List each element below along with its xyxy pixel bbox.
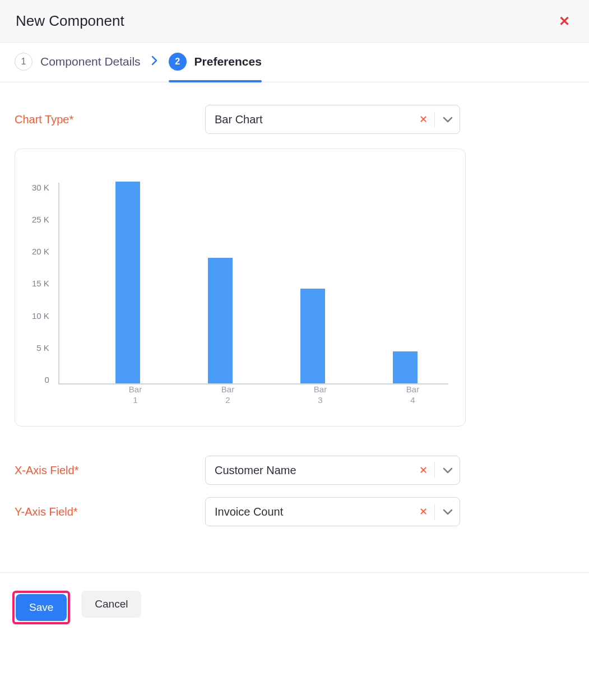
step-number-2: 2 — [169, 53, 187, 71]
bar — [300, 289, 325, 383]
footer: Save Cancel — [0, 572, 589, 642]
modal-title: New Component — [16, 12, 124, 30]
bar — [115, 182, 140, 383]
field-label: X-Axis Field* — [15, 464, 205, 477]
chart-preview: 30 K25 K20 K15 K10 K5 K0 Bar1Bar2Bar3Bar… — [15, 149, 466, 427]
bar — [393, 351, 418, 383]
x-tick: Bar1 — [129, 384, 142, 406]
save-highlight: Save — [12, 591, 70, 624]
x-axis: Bar1Bar2Bar3Bar4 — [67, 384, 448, 407]
form-area: Chart Type* Bar Chart ✕ 30 K25 K20 K15 K… — [0, 82, 589, 572]
chevron-down-icon[interactable] — [435, 464, 453, 477]
plot-area — [58, 183, 448, 384]
x-axis-select[interactable]: Customer Name ✕ — [205, 456, 460, 485]
field-label: Y-Axis Field* — [15, 506, 205, 518]
close-icon[interactable]: ✕ — [555, 13, 573, 29]
select-value: Invoice Count — [215, 506, 412, 518]
y-tick: 15 K — [32, 279, 49, 288]
field-label: Chart Type* — [15, 113, 205, 126]
clear-icon[interactable]: ✕ — [412, 113, 434, 126]
y-axis-select[interactable]: Invoice Count ✕ — [205, 497, 460, 526]
y-tick: 5 K — [36, 343, 49, 353]
clear-icon[interactable]: ✕ — [412, 464, 434, 476]
y-axis: 30 K25 K20 K15 K10 K5 K0 — [32, 183, 49, 384]
select-value: Bar Chart — [215, 113, 412, 126]
chart-type-select[interactable]: Bar Chart ✕ — [205, 105, 460, 134]
step-preferences[interactable]: 2 Preferences — [169, 53, 262, 82]
y-tick: 20 K — [32, 247, 49, 256]
step-component-details[interactable]: 1 Component Details — [15, 53, 141, 82]
step-label: Preferences — [194, 55, 262, 68]
field-row-x-axis: X-Axis Field* Customer Name ✕ — [15, 456, 574, 485]
x-tick: Bar4 — [406, 384, 419, 406]
cancel-button[interactable]: Cancel — [81, 591, 141, 618]
bar — [208, 258, 233, 383]
x-tick: Bar2 — [221, 384, 234, 406]
step-nav: 1 Component Details 2 Preferences — [0, 43, 589, 82]
y-tick: 30 K — [32, 183, 49, 192]
step-number-1: 1 — [15, 53, 33, 71]
clear-icon[interactable]: ✕ — [412, 506, 434, 518]
y-tick: 0 — [45, 375, 49, 384]
field-row-y-axis: Y-Axis Field* Invoice Count ✕ — [15, 497, 574, 526]
step-label: Component Details — [40, 55, 141, 68]
select-value: Customer Name — [215, 464, 412, 477]
field-row-chart-type: Chart Type* Bar Chart ✕ — [15, 105, 574, 134]
y-tick: 25 K — [32, 215, 49, 224]
save-button[interactable]: Save — [16, 594, 67, 621]
modal-header: New Component ✕ — [0, 0, 589, 43]
chevron-right-icon — [152, 56, 157, 79]
chevron-down-icon[interactable] — [435, 113, 453, 126]
y-tick: 10 K — [32, 311, 49, 321]
x-tick: Bar3 — [314, 384, 327, 406]
chevron-down-icon[interactable] — [435, 506, 453, 518]
